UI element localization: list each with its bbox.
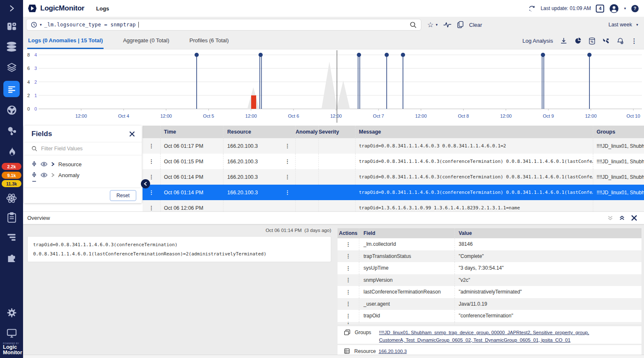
- query-history-caret-icon[interactable]: ▾: [40, 23, 42, 27]
- field-actions-icon[interactable]: ⋮: [345, 253, 351, 259]
- alerts-icon[interactable]: [0, 147, 23, 157]
- collapse-down-icon[interactable]: [608, 215, 613, 221]
- saved-search-caret-icon[interactable]: ▾: [436, 23, 438, 27]
- alert-badge-critical[interactable]: 2.2k: [2, 163, 21, 170]
- alert-settings-icon[interactable]: [617, 37, 624, 45]
- details-col-value[interactable]: Value: [455, 228, 641, 238]
- detail-row[interactable]: ⋮_lm.collectorId38146: [338, 238, 641, 250]
- close-overview-icon[interactable]: [631, 215, 637, 221]
- detail-row[interactable]: ⋮_user.agentJava/11.0.19: [338, 298, 641, 310]
- row-actions-icon[interactable]: ⋮: [149, 143, 154, 149]
- row-actions-icon[interactable]: ⋮: [149, 205, 154, 211]
- detail-row[interactable]: ⋮trapTranslationStatus"Complete": [338, 250, 641, 263]
- resource-actions-icon[interactable]: ⋮: [285, 174, 290, 180]
- field-actions-icon[interactable]: ⋮: [345, 242, 351, 247]
- detail-row[interactable]: ⋮trapOid"conferenceTermination": [338, 310, 641, 322]
- table-row[interactable]: ⋮Oct 06 01:15 PM166.20.100.3⋮trapOid=0.0…: [143, 154, 644, 169]
- anomaly-waveform-icon[interactable]: [443, 21, 452, 28]
- resource-actions-icon[interactable]: ⋮: [285, 159, 290, 164]
- col-header-message[interactable]: Message: [356, 126, 593, 138]
- alert-badge-error[interactable]: 9.1k: [2, 172, 21, 179]
- event-marker[interactable]: [195, 53, 199, 57]
- reset-button[interactable]: Reset: [110, 190, 136, 201]
- resource-actions-icon[interactable]: ⋮: [285, 190, 290, 195]
- table-row[interactable]: ⋮Oct 06 01:17 PM166.20.100.3⋮trapOid=0.0…: [143, 138, 644, 154]
- pipeline-icon[interactable]: [602, 37, 610, 44]
- field-actions-icon[interactable]: ⋮: [345, 265, 351, 271]
- log-analysis-button[interactable]: Log Analysis: [522, 38, 553, 44]
- dashboards-icon[interactable]: [0, 21, 23, 32]
- row-actions-icon[interactable]: ⋮: [149, 174, 154, 180]
- field-actions-icon[interactable]: ⋮: [345, 289, 351, 295]
- event-marker[interactable]: [541, 53, 545, 57]
- resource-actions-icon[interactable]: ⋮: [285, 143, 290, 149]
- table-row[interactable]: ⋮Oct 06 01:14 PM166.20.100.3⋮trapOid=0.0…: [143, 169, 644, 185]
- remote-session-icon[interactable]: [0, 328, 23, 338]
- extensions-icon[interactable]: [0, 253, 23, 263]
- expand-nav-icon[interactable]: [0, 4, 23, 13]
- event-marker[interactable]: [259, 53, 263, 57]
- topology-icon[interactable]: [0, 126, 23, 137]
- table-row[interactable]: ⋮Oct 06 12:06 PMtrapOid=1.3.6.1.6.3.1.0.…: [143, 200, 644, 211]
- detail-row[interactable]: ⋮lastConferenceTerminationReason"adminis…: [338, 286, 641, 298]
- close-fields-icon[interactable]: [129, 131, 135, 137]
- col-header-resource[interactable]: Resource: [223, 126, 296, 138]
- field-actions-icon[interactable]: ⋮: [345, 277, 351, 283]
- expand-chevron-icon[interactable]: [51, 173, 55, 177]
- aiops-icon[interactable]: [0, 193, 23, 204]
- row-actions-icon[interactable]: ⋮: [149, 159, 154, 164]
- event-marker[interactable]: [384, 53, 389, 57]
- query-history-icon[interactable]: [31, 21, 37, 28]
- row-actions-icon[interactable]: ⋮: [149, 190, 154, 195]
- reports-icon[interactable]: [0, 212, 23, 223]
- col-header-anomaly[interactable]: Anomaly: [296, 126, 319, 138]
- error-bar[interactable]: [251, 95, 256, 109]
- field-actions-icon[interactable]: ⋮: [345, 301, 351, 306]
- tab-aggregate[interactable]: Aggregate (0 Total): [122, 33, 170, 49]
- col-header-groups[interactable]: Groups: [593, 126, 644, 138]
- visibility-eye-icon[interactable]: [41, 162, 47, 167]
- table-row[interactable]: ⋮Oct 06 01:14 PM166.20.100.3⋮trapOid=0.0…: [143, 185, 644, 200]
- filter-field-values-input[interactable]: Filter Field Values: [24, 142, 142, 155]
- feedback-count-button[interactable]: 4: [596, 5, 604, 13]
- user-avatar[interactable]: [609, 4, 619, 13]
- expand-up-icon[interactable]: [619, 215, 625, 221]
- field-actions-icon[interactable]: ⋮: [345, 313, 351, 319]
- col-header-time[interactable]: Time: [161, 126, 223, 138]
- more-options-icon[interactable]: ⋮: [631, 38, 637, 44]
- resources-icon[interactable]: [0, 41, 23, 52]
- query-text[interactable]: _lm.logsource_type = snmptrap: [44, 22, 136, 28]
- saved-search-star-icon[interactable]: ☆: [427, 21, 434, 29]
- time-range-caret-icon[interactable]: ▾: [636, 23, 638, 27]
- reports-chart-icon[interactable]: [574, 37, 582, 44]
- refresh-icon[interactable]: [528, 5, 535, 12]
- event-marker[interactable]: [587, 53, 592, 57]
- expand-chevron-icon[interactable]: [51, 162, 55, 166]
- col-header-severity[interactable]: Severity: [319, 126, 356, 138]
- field-item-resource[interactable]: Resource: [24, 159, 142, 170]
- search-icon[interactable]: [410, 21, 417, 28]
- modules-icon[interactable]: [0, 62, 23, 73]
- detail-row[interactable]: ⋮snmpVersion"v2c": [338, 274, 641, 286]
- visibility-eye-icon[interactable]: [41, 173, 47, 178]
- service-insight-icon[interactable]: [0, 105, 23, 116]
- copy-query-icon[interactable]: [457, 21, 464, 28]
- time-range-selector[interactable]: Last week: [608, 22, 632, 28]
- help-icon[interactable]: ?: [631, 5, 639, 13]
- log-query-input[interactable]: ▾ _lm.logsource_type = snmptrap: [26, 19, 421, 31]
- tab-logs[interactable]: Logs (0 Anomalies | 15 Total): [27, 33, 104, 49]
- event-marker[interactable]: [401, 53, 405, 57]
- usage-icon[interactable]: %: [589, 37, 595, 45]
- logs-nav-active[interactable]: [3, 81, 20, 97]
- details-col-field[interactable]: Field: [359, 228, 455, 238]
- tab-profiles[interactable]: Profiles (6 Total): [189, 33, 230, 49]
- export-icon[interactable]: [560, 37, 567, 44]
- event-marker[interactable]: [357, 53, 361, 57]
- clear-button[interactable]: Clear: [469, 22, 482, 28]
- drag-handle-icon[interactable]: [31, 161, 37, 167]
- detail-row[interactable]: ⋮sysUpTime"3 days, 7:30:54.14": [338, 262, 641, 274]
- drag-handle-icon[interactable]: [31, 172, 37, 178]
- user-menu-caret-icon[interactable]: ▾: [624, 6, 626, 10]
- settings-icon[interactable]: [0, 307, 23, 318]
- field-item-anomaly[interactable]: Anomaly: [24, 170, 142, 180]
